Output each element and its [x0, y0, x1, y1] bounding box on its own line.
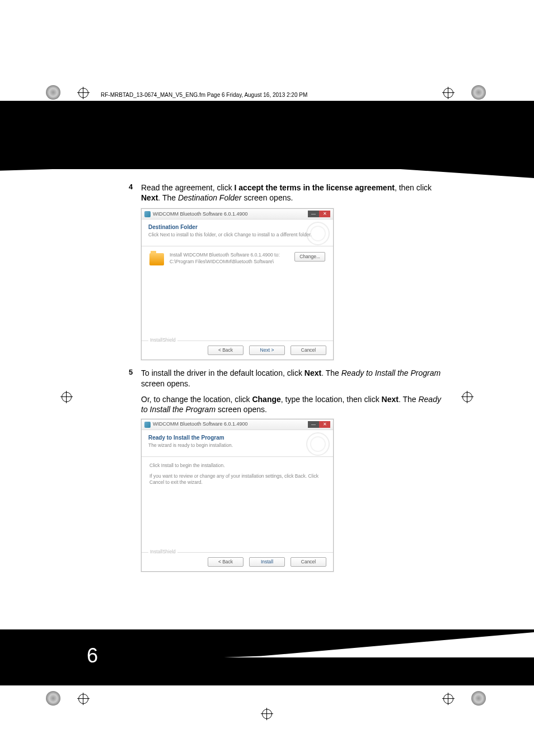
step-4: 4 Read the agreement, click I accept the…	[129, 183, 442, 203]
dialog-header: Ready to Install the Program The wizard …	[142, 430, 333, 457]
step-5: 5 To install the driver in the default l…	[129, 368, 442, 388]
folder-icon	[149, 253, 164, 265]
dialog-titlebar: WIDCOMM Bluetooth Software 6.0.1.4900 — …	[142, 419, 333, 430]
change-button[interactable]: Change...	[294, 252, 325, 262]
install-path: C:\Program Files\WIDCOMM\Bluetooth Softw…	[170, 259, 289, 265]
crop-mark-icon	[443, 694, 453, 704]
installshield-label: InstallShield	[148, 337, 177, 343]
step-text: Read the agreement, click I accept the t…	[141, 183, 442, 203]
minimize-button[interactable]: —	[308, 211, 319, 217]
crop-mark-icon	[443, 88, 453, 98]
crop-mark-icon	[78, 694, 88, 704]
dialog-subheading: Click Next to install to this folder, or…	[148, 232, 326, 238]
header-swoop	[0, 144, 534, 178]
dialog-subheading: The wizard is ready to begin installatio…	[148, 442, 326, 449]
dialog-title: WIDCOMM Bluetooth Software 6.0.1.4900	[153, 211, 248, 218]
dialog-body: Install WIDCOMM Bluetooth Software 6.0.1…	[142, 246, 333, 340]
installer-icon	[144, 211, 151, 217]
install-to-label: Install WIDCOMM Bluetooth Software 6.0.1…	[170, 252, 289, 259]
cancel-button[interactable]: Cancel	[291, 346, 326, 355]
step-number: 4	[129, 183, 141, 203]
dialog-heading: Destination Folder	[148, 223, 326, 231]
dialog-body: Click Install to begin the installation.…	[142, 457, 333, 552]
crop-mark-icon	[78, 88, 88, 98]
dialog-title: WIDCOMM Bluetooth Software 6.0.1.4900	[153, 421, 248, 428]
ready-install-dialog: WIDCOMM Bluetooth Software 6.0.1.4900 — …	[141, 419, 334, 572]
installshield-label: InstallShield	[148, 549, 177, 555]
crop-mark-icon	[262, 709, 272, 719]
header-filename: RF-MRBTAD_13-0674_MAN_V5_ENG.fm Page 6 F…	[101, 92, 307, 98]
back-button[interactable]: < Back	[208, 346, 243, 355]
next-button[interactable]: Next >	[249, 346, 285, 355]
watermark-icon	[305, 432, 330, 454]
printer-mark	[471, 85, 486, 100]
watermark-icon	[305, 222, 330, 243]
crop-mark-icon	[462, 392, 472, 402]
destination-folder-dialog: WIDCOMM Bluetooth Software 6.0.1.4900 — …	[141, 208, 334, 360]
close-button[interactable]: ✕	[319, 421, 330, 428]
dialog-header: Destination Folder Click Next to install…	[142, 220, 333, 246]
install-instruction-2: If you want to review or change any of y…	[149, 473, 325, 486]
printer-mark	[46, 691, 60, 706]
dialog-titlebar: WIDCOMM Bluetooth Software 6.0.1.4900 — …	[142, 209, 333, 220]
page-number: 6	[87, 644, 98, 668]
installer-icon	[144, 422, 151, 428]
or-paragraph: Or, to change the location, click Change…	[141, 394, 442, 414]
minimize-button[interactable]: —	[308, 421, 319, 428]
dialog-heading: Ready to Install the Program	[148, 434, 326, 441]
step-text: To install the driver in the default loc…	[141, 368, 442, 388]
dialog-footer: InstallShield < Back Install Cancel	[142, 552, 333, 571]
cancel-button[interactable]: Cancel	[291, 557, 326, 567]
close-button[interactable]: ✕	[319, 211, 330, 217]
page-content: 4 Read the agreement, click I accept the…	[129, 183, 442, 580]
dialog-footer: InstallShield < Back Next > Cancel	[142, 340, 333, 360]
printer-mark	[46, 85, 60, 100]
install-button[interactable]: Install	[249, 557, 285, 567]
install-instruction: Click Install to begin the installation.	[149, 463, 325, 469]
back-button[interactable]: < Back	[208, 557, 243, 567]
printer-mark	[471, 691, 486, 706]
crop-mark-icon	[62, 392, 72, 402]
step-number: 5	[129, 368, 141, 388]
